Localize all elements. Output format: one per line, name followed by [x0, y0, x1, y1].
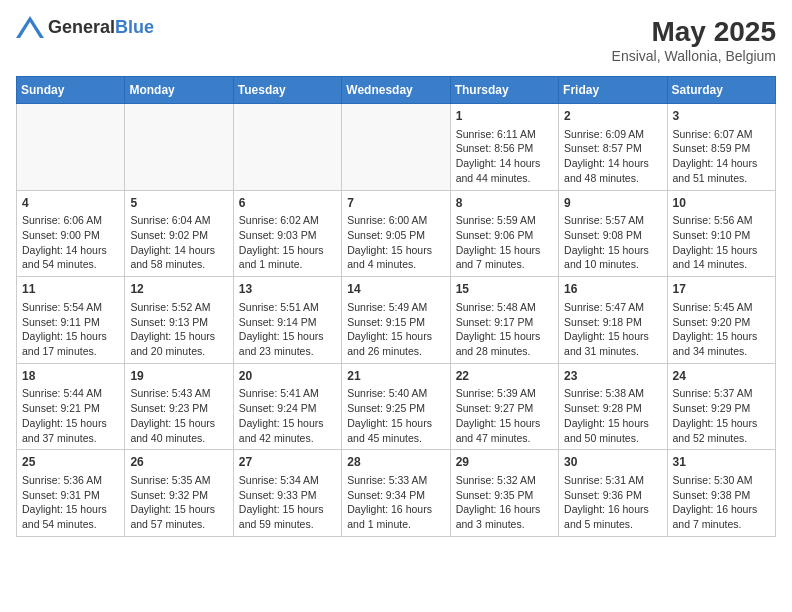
day-number: 9 — [564, 195, 661, 212]
day-number: 28 — [347, 454, 444, 471]
day-info: Sunrise: 5:57 AM Sunset: 9:08 PM Dayligh… — [564, 213, 661, 272]
day-info: Sunrise: 5:43 AM Sunset: 9:23 PM Dayligh… — [130, 386, 227, 445]
calendar-cell: 24Sunrise: 5:37 AM Sunset: 9:29 PM Dayli… — [667, 363, 775, 450]
day-number: 1 — [456, 108, 553, 125]
calendar-cell: 22Sunrise: 5:39 AM Sunset: 9:27 PM Dayli… — [450, 363, 558, 450]
day-info: Sunrise: 6:00 AM Sunset: 9:05 PM Dayligh… — [347, 213, 444, 272]
day-number: 15 — [456, 281, 553, 298]
day-info: Sunrise: 5:39 AM Sunset: 9:27 PM Dayligh… — [456, 386, 553, 445]
day-info: Sunrise: 5:30 AM Sunset: 9:38 PM Dayligh… — [673, 473, 770, 532]
calendar-cell: 11Sunrise: 5:54 AM Sunset: 9:11 PM Dayli… — [17, 277, 125, 364]
calendar-cell: 21Sunrise: 5:40 AM Sunset: 9:25 PM Dayli… — [342, 363, 450, 450]
calendar-cell: 26Sunrise: 5:35 AM Sunset: 9:32 PM Dayli… — [125, 450, 233, 537]
day-number: 23 — [564, 368, 661, 385]
day-info: Sunrise: 6:11 AM Sunset: 8:56 PM Dayligh… — [456, 127, 553, 186]
day-info: Sunrise: 5:51 AM Sunset: 9:14 PM Dayligh… — [239, 300, 336, 359]
day-number: 29 — [456, 454, 553, 471]
calendar-cell: 5Sunrise: 6:04 AM Sunset: 9:02 PM Daylig… — [125, 190, 233, 277]
calendar-cell: 14Sunrise: 5:49 AM Sunset: 9:15 PM Dayli… — [342, 277, 450, 364]
calendar-week-row: 4Sunrise: 6:06 AM Sunset: 9:00 PM Daylig… — [17, 190, 776, 277]
calendar-cell: 4Sunrise: 6:06 AM Sunset: 9:00 PM Daylig… — [17, 190, 125, 277]
day-number: 19 — [130, 368, 227, 385]
day-of-week-header: Sunday — [17, 77, 125, 104]
calendar-cell — [233, 104, 341, 191]
page-header: GeneralBlue May 2025 Ensival, Wallonia, … — [16, 16, 776, 64]
day-info: Sunrise: 5:40 AM Sunset: 9:25 PM Dayligh… — [347, 386, 444, 445]
calendar-cell: 20Sunrise: 5:41 AM Sunset: 9:24 PM Dayli… — [233, 363, 341, 450]
calendar-cell: 9Sunrise: 5:57 AM Sunset: 9:08 PM Daylig… — [559, 190, 667, 277]
day-of-week-header: Saturday — [667, 77, 775, 104]
calendar-cell: 1Sunrise: 6:11 AM Sunset: 8:56 PM Daylig… — [450, 104, 558, 191]
day-info: Sunrise: 5:48 AM Sunset: 9:17 PM Dayligh… — [456, 300, 553, 359]
day-info: Sunrise: 5:35 AM Sunset: 9:32 PM Dayligh… — [130, 473, 227, 532]
day-info: Sunrise: 6:02 AM Sunset: 9:03 PM Dayligh… — [239, 213, 336, 272]
day-info: Sunrise: 5:49 AM Sunset: 9:15 PM Dayligh… — [347, 300, 444, 359]
logo-icon — [16, 16, 44, 38]
day-number: 5 — [130, 195, 227, 212]
location-subtitle: Ensival, Wallonia, Belgium — [612, 48, 776, 64]
day-info: Sunrise: 5:36 AM Sunset: 9:31 PM Dayligh… — [22, 473, 119, 532]
title-block: May 2025 Ensival, Wallonia, Belgium — [612, 16, 776, 64]
day-info: Sunrise: 5:32 AM Sunset: 9:35 PM Dayligh… — [456, 473, 553, 532]
day-number: 10 — [673, 195, 770, 212]
calendar-cell: 6Sunrise: 6:02 AM Sunset: 9:03 PM Daylig… — [233, 190, 341, 277]
day-info: Sunrise: 5:54 AM Sunset: 9:11 PM Dayligh… — [22, 300, 119, 359]
calendar-cell: 15Sunrise: 5:48 AM Sunset: 9:17 PM Dayli… — [450, 277, 558, 364]
day-number: 18 — [22, 368, 119, 385]
calendar-table: SundayMondayTuesdayWednesdayThursdayFrid… — [16, 76, 776, 537]
day-number: 11 — [22, 281, 119, 298]
day-number: 12 — [130, 281, 227, 298]
day-number: 8 — [456, 195, 553, 212]
day-info: Sunrise: 6:07 AM Sunset: 8:59 PM Dayligh… — [673, 127, 770, 186]
calendar-body: 1Sunrise: 6:11 AM Sunset: 8:56 PM Daylig… — [17, 104, 776, 537]
day-number: 17 — [673, 281, 770, 298]
day-number: 7 — [347, 195, 444, 212]
days-of-week-row: SundayMondayTuesdayWednesdayThursdayFrid… — [17, 77, 776, 104]
day-of-week-header: Tuesday — [233, 77, 341, 104]
calendar-cell: 7Sunrise: 6:00 AM Sunset: 9:05 PM Daylig… — [342, 190, 450, 277]
month-year-title: May 2025 — [612, 16, 776, 48]
logo-general-text: General — [48, 17, 115, 37]
day-of-week-header: Monday — [125, 77, 233, 104]
day-number: 20 — [239, 368, 336, 385]
calendar-cell: 28Sunrise: 5:33 AM Sunset: 9:34 PM Dayli… — [342, 450, 450, 537]
day-info: Sunrise: 6:09 AM Sunset: 8:57 PM Dayligh… — [564, 127, 661, 186]
calendar-cell — [342, 104, 450, 191]
calendar-cell — [125, 104, 233, 191]
calendar-header: SundayMondayTuesdayWednesdayThursdayFrid… — [17, 77, 776, 104]
calendar-cell: 12Sunrise: 5:52 AM Sunset: 9:13 PM Dayli… — [125, 277, 233, 364]
day-number: 4 — [22, 195, 119, 212]
day-info: Sunrise: 5:56 AM Sunset: 9:10 PM Dayligh… — [673, 213, 770, 272]
calendar-week-row: 11Sunrise: 5:54 AM Sunset: 9:11 PM Dayli… — [17, 277, 776, 364]
calendar-week-row: 1Sunrise: 6:11 AM Sunset: 8:56 PM Daylig… — [17, 104, 776, 191]
calendar-cell: 3Sunrise: 6:07 AM Sunset: 8:59 PM Daylig… — [667, 104, 775, 191]
day-info: Sunrise: 5:45 AM Sunset: 9:20 PM Dayligh… — [673, 300, 770, 359]
day-number: 26 — [130, 454, 227, 471]
calendar-cell: 8Sunrise: 5:59 AM Sunset: 9:06 PM Daylig… — [450, 190, 558, 277]
calendar-week-row: 25Sunrise: 5:36 AM Sunset: 9:31 PM Dayli… — [17, 450, 776, 537]
calendar-cell: 2Sunrise: 6:09 AM Sunset: 8:57 PM Daylig… — [559, 104, 667, 191]
calendar-cell: 30Sunrise: 5:31 AM Sunset: 9:36 PM Dayli… — [559, 450, 667, 537]
day-info: Sunrise: 5:37 AM Sunset: 9:29 PM Dayligh… — [673, 386, 770, 445]
day-info: Sunrise: 5:34 AM Sunset: 9:33 PM Dayligh… — [239, 473, 336, 532]
calendar-cell: 16Sunrise: 5:47 AM Sunset: 9:18 PM Dayli… — [559, 277, 667, 364]
day-info: Sunrise: 5:38 AM Sunset: 9:28 PM Dayligh… — [564, 386, 661, 445]
calendar-cell: 23Sunrise: 5:38 AM Sunset: 9:28 PM Dayli… — [559, 363, 667, 450]
calendar-cell: 25Sunrise: 5:36 AM Sunset: 9:31 PM Dayli… — [17, 450, 125, 537]
day-number: 27 — [239, 454, 336, 471]
calendar-cell: 18Sunrise: 5:44 AM Sunset: 9:21 PM Dayli… — [17, 363, 125, 450]
day-of-week-header: Thursday — [450, 77, 558, 104]
logo-blue-text: Blue — [115, 17, 154, 37]
day-number: 21 — [347, 368, 444, 385]
calendar-cell: 31Sunrise: 5:30 AM Sunset: 9:38 PM Dayli… — [667, 450, 775, 537]
day-number: 30 — [564, 454, 661, 471]
day-of-week-header: Wednesday — [342, 77, 450, 104]
day-info: Sunrise: 5:59 AM Sunset: 9:06 PM Dayligh… — [456, 213, 553, 272]
calendar-cell: 29Sunrise: 5:32 AM Sunset: 9:35 PM Dayli… — [450, 450, 558, 537]
day-number: 13 — [239, 281, 336, 298]
day-info: Sunrise: 6:04 AM Sunset: 9:02 PM Dayligh… — [130, 213, 227, 272]
day-info: Sunrise: 5:31 AM Sunset: 9:36 PM Dayligh… — [564, 473, 661, 532]
day-info: Sunrise: 5:47 AM Sunset: 9:18 PM Dayligh… — [564, 300, 661, 359]
calendar-cell: 17Sunrise: 5:45 AM Sunset: 9:20 PM Dayli… — [667, 277, 775, 364]
day-info: Sunrise: 5:52 AM Sunset: 9:13 PM Dayligh… — [130, 300, 227, 359]
